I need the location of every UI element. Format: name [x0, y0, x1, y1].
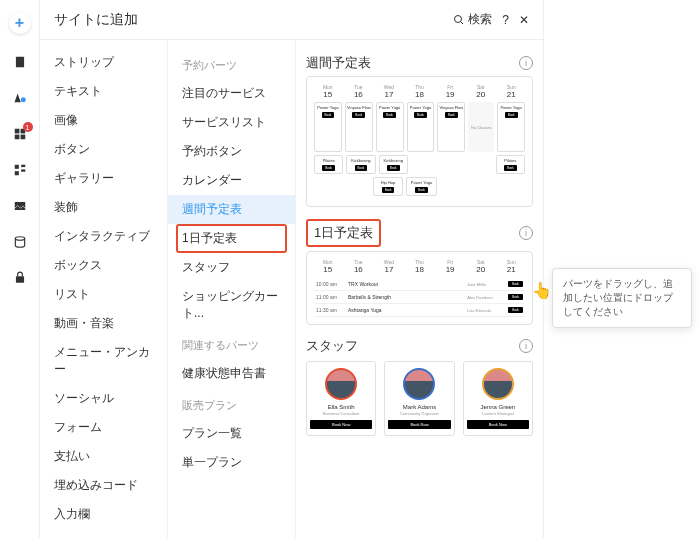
- preview-heading: スタッフi: [306, 337, 533, 355]
- svg-rect-6: [14, 165, 18, 169]
- svg-rect-9: [21, 169, 25, 171]
- category-item[interactable]: インタラクティブ: [40, 222, 167, 251]
- preview-heading: 週間予定表i: [306, 54, 533, 72]
- staff-card[interactable]: Jenna GreenContent StrategistBook Now: [463, 361, 533, 436]
- preview-title: 週間予定表: [306, 54, 519, 72]
- subcategory-item[interactable]: 健康状態申告書: [168, 359, 295, 388]
- category-item[interactable]: 支払い: [40, 442, 167, 471]
- category-item[interactable]: ボタン: [40, 135, 167, 164]
- svg-line-14: [461, 21, 464, 24]
- search-label: 検索: [468, 11, 492, 28]
- staff-card[interactable]: Ella SmithBusiness ConsultantBook Now: [306, 361, 376, 436]
- info-icon[interactable]: i: [519, 339, 533, 353]
- data-icon[interactable]: [12, 234, 28, 250]
- svg-rect-12: [15, 276, 23, 282]
- category-item[interactable]: ギャラリー: [40, 164, 167, 193]
- info-icon[interactable]: i: [519, 56, 533, 70]
- subcategory-item[interactable]: スタッフ: [168, 253, 295, 282]
- preview-title: 1日予定表: [306, 219, 381, 247]
- drag-tooltip: パーツをドラッグし、追加したい位置にドロップしてください: [552, 268, 692, 328]
- svg-point-1: [21, 97, 26, 102]
- preview-heading: 1日予定表i: [306, 219, 533, 247]
- category-item[interactable]: 埋め込みコード: [40, 471, 167, 500]
- svg-rect-8: [14, 171, 18, 175]
- add-panel: サイトに追加 検索 ? ✕ ストリップテキスト画像ボタンギャラリー装飾インタラク…: [40, 0, 544, 538]
- section-title: 関連するパーツ: [168, 328, 295, 359]
- search-icon: [453, 14, 465, 26]
- subcategory-item[interactable]: 予約ボタン: [168, 137, 295, 166]
- daily-preview-card[interactable]: Mon15Tue16Wed17Thu18Fri19Sat20Sun2110:00…: [306, 251, 533, 325]
- highlight-marker: 1日予定表: [176, 224, 287, 253]
- category-item[interactable]: 装飾: [40, 193, 167, 222]
- category-item[interactable]: メニュー・アンカー: [40, 338, 167, 384]
- subcategory-item[interactable]: ショッピングカート...: [168, 282, 295, 328]
- svg-point-11: [15, 237, 24, 241]
- preview-column: 週間予定表iMon15Tue16Wed17Thu18Fri19Sat20Sun2…: [296, 40, 543, 538]
- left-icon-bar: + 1: [0, 0, 40, 538]
- sections-icon[interactable]: [12, 162, 28, 178]
- svg-rect-7: [21, 165, 25, 167]
- apps-icon[interactable]: 1: [12, 126, 28, 142]
- svg-rect-4: [14, 135, 19, 140]
- category-item[interactable]: ソーシャル: [40, 384, 167, 413]
- preview-title: スタッフ: [306, 337, 519, 355]
- weekly-preview-card[interactable]: Mon15Tue16Wed17Thu18Fri19Sat20Sun21Power…: [306, 76, 533, 207]
- category-item[interactable]: コンテンツマネージ...: [40, 529, 167, 538]
- subcategory-item[interactable]: 単一プラン: [168, 448, 295, 477]
- info-icon[interactable]: i: [519, 226, 533, 240]
- staff-card[interactable]: Mark AdamsCommunity OrganizerBook Now: [384, 361, 454, 436]
- help-button[interactable]: ?: [502, 13, 509, 27]
- cursor-hand-icon: 👆: [532, 281, 552, 300]
- subcategory-list: 予約パーツ注目のサービスサービスリスト予約ボタンカレンダー週間予定表1日予定表ス…: [168, 40, 296, 538]
- category-item[interactable]: 入力欄: [40, 500, 167, 529]
- svg-rect-5: [20, 135, 25, 140]
- subcategory-item[interactable]: サービスリスト: [168, 108, 295, 137]
- page-icon[interactable]: [12, 54, 28, 70]
- subcategory-item[interactable]: プラン一覧: [168, 419, 295, 448]
- category-item[interactable]: リスト: [40, 280, 167, 309]
- panel-title: サイトに追加: [54, 11, 443, 29]
- category-item[interactable]: ボックス: [40, 251, 167, 280]
- panel-header: サイトに追加 検索 ? ✕: [40, 0, 543, 40]
- section-title: 販売プラン: [168, 388, 295, 419]
- category-item[interactable]: ストリップ: [40, 48, 167, 77]
- subcategory-item[interactable]: 週間予定表: [168, 195, 295, 224]
- staff-preview-row[interactable]: Ella SmithBusiness ConsultantBook NowMar…: [306, 361, 533, 436]
- media-icon[interactable]: [12, 198, 28, 214]
- subcategory-item[interactable]: 注目のサービス: [168, 79, 295, 108]
- store-icon[interactable]: [12, 270, 28, 286]
- subcategory-item[interactable]: 1日予定表: [182, 230, 281, 247]
- svg-rect-0: [15, 57, 23, 68]
- close-button[interactable]: ✕: [519, 13, 529, 27]
- category-item[interactable]: テキスト: [40, 77, 167, 106]
- apps-badge: 1: [23, 122, 33, 132]
- category-item[interactable]: 画像: [40, 106, 167, 135]
- section-title: 予約パーツ: [168, 48, 295, 79]
- category-item[interactable]: フォーム: [40, 413, 167, 442]
- svg-rect-2: [14, 129, 19, 134]
- subcategory-item[interactable]: カレンダー: [168, 166, 295, 195]
- add-icon[interactable]: +: [9, 12, 31, 34]
- category-item[interactable]: 動画・音楽: [40, 309, 167, 338]
- search-button[interactable]: 検索: [453, 11, 492, 28]
- category-list: ストリップテキスト画像ボタンギャラリー装飾インタラクティブボックスリスト動画・音…: [40, 40, 168, 538]
- svg-point-13: [455, 15, 462, 22]
- font-icon[interactable]: [12, 90, 28, 106]
- svg-rect-10: [14, 202, 25, 210]
